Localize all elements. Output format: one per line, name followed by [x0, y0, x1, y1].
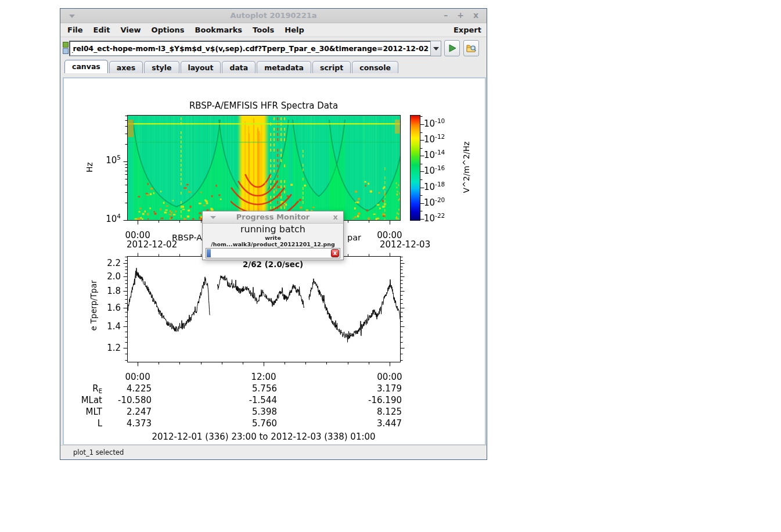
spectrogram-x-date-label: 2012-12-03	[380, 239, 430, 250]
lineplot-y-tick-label: 1.8	[86, 286, 121, 296]
window-title: Autoplot 20190221a	[60, 11, 487, 20]
progress-close-icon[interactable]: x	[333, 213, 338, 221]
menu-bar: FileEditViewOptionsBookmarksToolsHelp Ex…	[60, 23, 487, 37]
menu-options[interactable]: Options	[146, 23, 190, 37]
colorbar-tick-label: 10-22	[424, 213, 445, 224]
ephemeris-value: 5.760	[201, 418, 277, 429]
lineplot-y-tick-label: 1.2	[86, 343, 121, 353]
ephemeris-value: 2.247	[76, 407, 152, 417]
spectrogram-y-tick-label: 104	[86, 214, 121, 224]
chevron-down-icon	[433, 47, 439, 51]
uri-dropdown-button[interactable]	[430, 41, 441, 56]
progress-bar	[206, 248, 340, 258]
menu-file[interactable]: File	[62, 23, 88, 37]
ephemeris-value: 5.398	[201, 407, 277, 417]
tab-style[interactable]: style	[144, 61, 179, 73]
tab-layout[interactable]: layout	[181, 61, 221, 73]
inspect-uri-button[interactable]	[463, 40, 479, 56]
plot-canvas-pane: RBSP-A/EMFISIS HFR Spectra Data Hz V^2/m…	[63, 77, 486, 445]
colorbar-tick-label: 10-16	[424, 166, 445, 176]
progress-monitor-dialog: Progress Monitor x running batch write /…	[202, 211, 344, 260]
time-range-label: 2012-12-01 (336) 23:00 to 2012-12-03 (33…	[152, 432, 375, 442]
progress-task-label: running batch	[203, 224, 343, 235]
menu-tools[interactable]: Tools	[247, 23, 279, 37]
tab-canvas[interactable]: canvas	[64, 60, 108, 73]
status-bar: plot_1 selected	[60, 445, 487, 459]
progress-dialog-title: Progress Monitor	[203, 213, 343, 221]
window-titlebar[interactable]: Autoplot 20190221a – + x	[60, 9, 487, 23]
colorbar-tick-label: 10-18	[424, 182, 445, 192]
menu-help[interactable]: Help	[279, 23, 309, 37]
spectrogram-x-date-label: 2012-12-02	[127, 239, 177, 250]
lineplot-y-tick-label: 2.2	[86, 258, 121, 268]
colorbar-tick-label: 10-12	[424, 134, 445, 145]
datasource-status-icon	[62, 42, 69, 55]
play-icon	[448, 44, 456, 52]
ephemeris-value: 8.125	[326, 407, 402, 417]
ephemeris-value: -16.190	[326, 395, 402, 405]
tab-axes[interactable]: axes	[109, 61, 143, 73]
spectrogram-y-tick-label: 105	[86, 155, 121, 166]
progress-detail-label: write /hom...walk3/product_20121201_12.p…	[203, 235, 343, 247]
lineplot-x-tick-label: 00:00	[125, 372, 150, 382]
tab-data[interactable]: data	[222, 61, 255, 73]
lineplot-x-tick-label: 12:00	[251, 372, 276, 382]
menu-view[interactable]: View	[115, 23, 146, 37]
tab-metadata[interactable]: metadata	[257, 61, 311, 73]
spectrogram-title: RBSP-A/EMFISIS HFR Spectra Data	[189, 100, 338, 111]
status-message: plot_1 selected	[73, 448, 124, 456]
ephemeris-value: 3.447	[326, 418, 402, 429]
folder-search-icon	[466, 44, 477, 53]
tab-bar: canvasaxesstylelayoutdatametadatascriptc…	[60, 60, 487, 73]
tab-console[interactable]: console	[352, 61, 398, 73]
uri-input[interactable]	[69, 41, 431, 56]
lower-plot-title-fragment-right: par	[347, 233, 361, 242]
maximize-button[interactable]: +	[457, 10, 464, 20]
lineplot-y-tick-label: 2.0	[86, 271, 121, 282]
ephemeris-value: 4.373	[76, 418, 152, 429]
uri-toolbar	[60, 37, 487, 60]
colorbar-tick-label: 10-10	[424, 118, 445, 129]
go-button[interactable]	[444, 40, 460, 56]
expert-menu[interactable]: Expert	[454, 26, 481, 34]
colorbar-tick-label: 10-20	[424, 197, 445, 208]
menu-items: FileEditViewOptionsBookmarksToolsHelp	[62, 23, 309, 37]
colorbar-axis-label: V^2/m^2/Hz	[462, 142, 471, 193]
progress-status-label: 2/62 (2.0/sec)	[203, 260, 343, 269]
desktop: Autoplot 20190221a – + x FileEditViewOpt…	[0, 0, 781, 532]
ephemeris-value: 3.179	[326, 383, 402, 394]
progress-dialog-titlebar[interactable]: Progress Monitor x	[203, 211, 343, 224]
ephemeris-value: -10.580	[76, 395, 152, 405]
lineplot-y-tick-label: 1.6	[86, 303, 121, 313]
menu-edit[interactable]: Edit	[88, 23, 116, 37]
lineplot-x-tick-label: 00:00	[377, 372, 402, 382]
tab-script[interactable]: script	[312, 61, 351, 73]
progress-bar-fill	[207, 249, 211, 257]
menu-bookmarks[interactable]: Bookmarks	[190, 23, 248, 37]
ephemeris-value: -1.544	[201, 395, 277, 405]
lineplot-y-tick-label: 1.4	[86, 321, 121, 332]
autoplot-window: Autoplot 20190221a – + x FileEditViewOpt…	[60, 8, 487, 460]
close-button[interactable]: x	[473, 10, 478, 20]
minimize-button[interactable]: –	[444, 10, 448, 20]
ephemeris-value: 5.756	[201, 383, 277, 394]
cancel-task-button[interactable]: x	[331, 249, 339, 257]
ephemeris-value: 4.225	[76, 383, 152, 394]
colorbar-tick-label: 10-14	[424, 150, 445, 160]
